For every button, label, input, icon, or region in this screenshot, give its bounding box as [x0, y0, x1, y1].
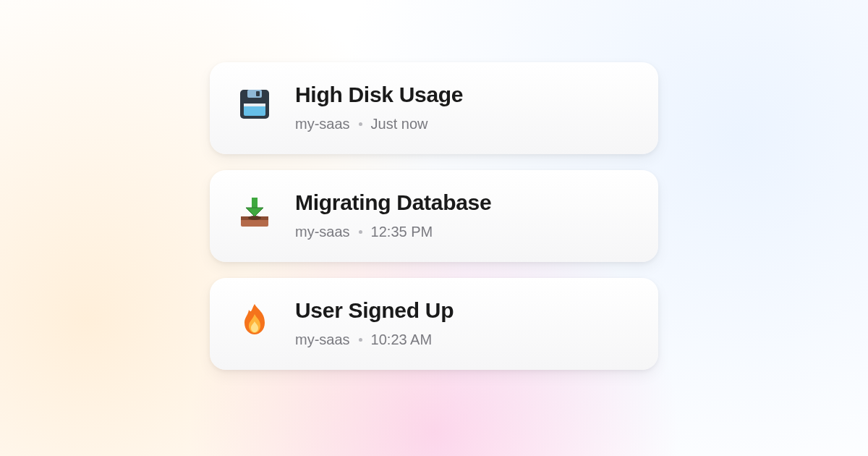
notification-project: my-saas [295, 116, 350, 132]
svg-rect-8 [252, 198, 258, 208]
download-tray-icon [234, 192, 275, 232]
notification-title: Migrating Database [295, 190, 634, 215]
separator-dot [359, 122, 362, 126]
notification-project: my-saas [295, 332, 350, 348]
svg-rect-4 [244, 104, 265, 106]
notification-meta: my-saas Just now [295, 116, 634, 132]
notification-content: High Disk Usage my-saas Just now [295, 83, 634, 132]
notification-content: Migrating Database my-saas 12:35 PM [295, 190, 634, 240]
notification-card[interactable]: Migrating Database my-saas 12:35 PM [210, 170, 658, 262]
notification-title: User Signed Up [295, 298, 634, 323]
svg-marker-9 [246, 208, 263, 216]
floppy-disk-icon [234, 84, 275, 124]
notification-card[interactable]: High Disk Usage my-saas Just now [210, 62, 658, 154]
notification-time: Just now [371, 116, 428, 132]
notification-time: 12:35 PM [371, 224, 433, 240]
notification-card[interactable]: User Signed Up my-saas 10:23 AM [210, 278, 658, 370]
notification-time: 10:23 AM [371, 332, 433, 348]
separator-dot [359, 230, 362, 234]
notification-list: High Disk Usage my-saas Just now [210, 0, 658, 370]
svg-rect-2 [256, 91, 260, 96]
notification-content: User Signed Up my-saas 10:23 AM [295, 298, 634, 348]
separator-dot [359, 338, 362, 342]
notification-meta: my-saas 12:35 PM [295, 224, 634, 240]
fire-icon [234, 300, 275, 340]
notification-project: my-saas [295, 224, 350, 240]
notification-title: High Disk Usage [295, 83, 634, 107]
notification-meta: my-saas 10:23 AM [295, 332, 634, 348]
